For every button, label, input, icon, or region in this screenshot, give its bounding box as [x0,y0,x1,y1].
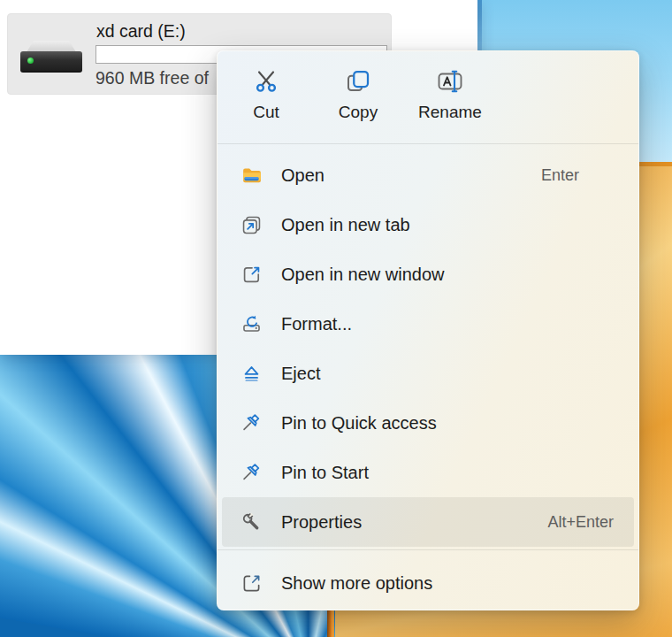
menu-item-open-in-new-window[interactable]: Open in new window [222,249,634,299]
drive-led [27,58,34,64]
quick-actions-row: Cut Copy Re [218,51,638,143]
open-in-new-tab-icon [240,213,263,236]
menu-item-open-in-new-tab[interactable]: Open in new tab [222,200,634,249]
copy-label: Copy [339,103,378,122]
pin-icon [240,411,263,434]
wrench-icon [240,510,263,533]
menu-item-label: Open [281,165,325,186]
menu-item-label: Pin to Start [281,463,369,483]
menu-item-label: Open in new window [281,265,445,285]
menu-separator [218,143,638,144]
drive-free-space-text: 960 MB free of [95,68,209,88]
menu-item-show-more-options[interactable]: Show more options [222,558,634,608]
menu-item-label: Pin to Quick access [281,413,437,434]
menu-item-properties[interactable]: Properties Alt+Enter [222,497,634,547]
menu-item-label: Format... [281,314,352,334]
menu-item-shortcut: Enter [541,166,579,185]
menu-item-shortcut: Alt+Enter [547,513,614,532]
menu-item-eject[interactable]: Eject [222,349,634,398]
copy-icon [345,68,371,95]
copy-button[interactable]: Copy [318,51,398,143]
menu-item-format[interactable]: Format... [222,299,634,349]
menu-separator [218,549,638,550]
rename-icon [437,68,463,95]
rename-label: Rename [418,103,482,122]
rename-button[interactable]: Rename [410,51,490,143]
wallpaper-blue-streak [477,0,482,51]
folder-open-icon [240,164,263,187]
drive-title: xd card (E:) [96,21,186,42]
open-in-new-window-icon [240,263,263,286]
pin-icon [240,461,263,484]
context-menu: Cut Copy Re [217,50,639,610]
menu-item-label: Show more options [281,573,432,594]
eject-icon [240,362,263,385]
cut-button[interactable]: Cut [226,51,306,143]
menu-item-label: Properties [281,512,362,533]
menu-item-label: Eject [281,364,320,384]
drive-icon [20,41,82,73]
show-more-options-icon [240,572,263,595]
format-drive-icon [240,312,263,335]
menu-item-pin-to-start[interactable]: Pin to Start [222,448,634,497]
cut-icon [253,68,279,95]
menu-item-pin-to-quick-access[interactable]: Pin to Quick access [222,398,634,448]
menu-item-label: Open in new tab [281,215,410,235]
cut-label: Cut [253,103,279,122]
desktop: xd card (E:) 960 MB free of Cut [0,0,672,637]
menu-item-open[interactable]: Open Enter [222,150,634,200]
